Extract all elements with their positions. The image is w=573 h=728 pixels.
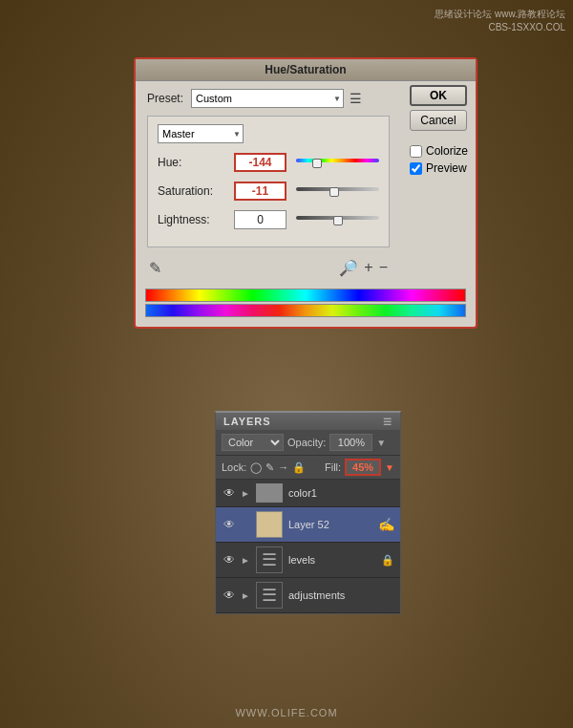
layer-name-52: Layer 52	[288, 519, 378, 530]
lightness-label: Lightness:	[158, 213, 234, 226]
layer-lock-levels: 🔒	[381, 554, 394, 567]
layer-expand-adjustments[interactable]: ►	[241, 590, 254, 601]
ok-cancel-group: OK Cancel Colorize Preview	[410, 85, 468, 179]
hue-spectrum-track	[296, 159, 379, 162]
master-select-wrap[interactable]: Master	[158, 124, 244, 143]
lock-icon-4[interactable]: 🔒	[292, 461, 306, 474]
master-row: Master	[158, 124, 379, 143]
watermark-top: 思绪设计论坛 www.路教程论坛 CBS-1SXXO.COL	[435, 8, 565, 34]
dialog-footer: ✎ 🔎 + −	[147, 255, 390, 281]
colorize-label: Colorize	[426, 144, 468, 158]
spectrum-bars	[136, 289, 476, 327]
opacity-label: Opacity:	[287, 437, 326, 448]
hue-saturation-dialog: Hue/Saturation Preset: Custom ☰	[134, 57, 478, 329]
lightness-slider-track	[296, 216, 379, 224]
original-spectrum-bar	[145, 289, 466, 302]
layer-name-color1: color1	[288, 487, 394, 499]
hue-label: Hue:	[158, 156, 234, 169]
cancel-button[interactable]: Cancel	[410, 110, 467, 131]
fill-label: Fill:	[325, 461, 341, 473]
adjusted-spectrum-bar	[145, 304, 466, 317]
adjustments-group: Master Hue: Saturation:	[147, 116, 390, 247]
eyedropper-plus-icon[interactable]: +	[364, 259, 372, 277]
watermark-bottom: WWW.OLIFE.COM	[235, 707, 337, 718]
lock-label: Lock:	[222, 461, 246, 473]
fill-arrow[interactable]: ▼	[385, 462, 394, 473]
opacity-input[interactable]	[329, 434, 372, 451]
preset-label: Preset:	[147, 92, 183, 105]
saturation-thumb[interactable]	[329, 187, 339, 197]
layer-expand-color1[interactable]: ►	[241, 488, 254, 499]
fill-input[interactable]	[345, 459, 381, 476]
layer-item-color1[interactable]: 👁 ► color1	[216, 480, 400, 507]
layer-name-adjustments: adjustments	[288, 589, 394, 601]
blend-mode-select[interactable]: Color	[222, 434, 284, 451]
layer-eye-color1[interactable]: 👁	[222, 485, 237, 501]
layer-eye-adjustments[interactable]: 👁	[222, 588, 237, 603]
layer-thumb-adjustments: ☰	[256, 582, 283, 609]
lock-icon-3[interactable]: →	[278, 461, 288, 473]
colorize-checkbox[interactable]	[410, 145, 422, 158]
layer-thumb-levels: ☰	[256, 546, 283, 573]
layers-titlebar: LAYERS ☰	[216, 413, 400, 430]
hand-cursor-icon: ✍	[378, 517, 394, 532]
layer-item-adjustments[interactable]: 👁 ► ☰ adjustments	[216, 578, 400, 613]
layer-eye-52[interactable]: 👁	[222, 517, 237, 532]
colorize-row: Colorize	[410, 144, 468, 158]
dialog-titlebar: Hue/Saturation	[136, 59, 476, 81]
lightness-input[interactable]	[234, 210, 286, 229]
layers-title: LAYERS	[223, 416, 271, 427]
saturation-input[interactable]	[234, 182, 286, 201]
preview-label: Preview	[426, 161, 467, 175]
layer-item-52[interactable]: 👁 Layer 52 ✍	[216, 507, 400, 543]
lightness-row: Lightness:	[158, 210, 379, 229]
saturation-track	[296, 187, 379, 191]
layer-name-levels: levels	[288, 554, 381, 566]
layers-panel-menu[interactable]: ☰	[383, 417, 393, 427]
layer-thumb-color1	[256, 483, 283, 503]
preset-select[interactable]: Custom	[191, 89, 344, 108]
eyedropper-minus-icon[interactable]: −	[379, 259, 388, 277]
lock-icon-1[interactable]: ◯	[250, 461, 262, 474]
saturation-label: Saturation:	[158, 184, 234, 198]
preview-checkbox[interactable]	[410, 162, 422, 175]
layer-expand-levels[interactable]: ►	[241, 555, 254, 566]
hue-input[interactable]	[234, 153, 286, 172]
ok-button[interactable]: OK	[410, 85, 467, 106]
layers-lock-fill: Lock: ◯ ✎ → 🔒 Fill: ▼	[216, 456, 400, 480]
hue-slider-track	[296, 159, 379, 166]
channel-select[interactable]: Master	[158, 124, 244, 143]
preset-row: Preset: Custom ☰	[147, 89, 390, 108]
layers-panel: LAYERS ☰ Color Opacity: ▼ Lock: ◯ ✎ → 🔒 …	[215, 411, 401, 614]
hue-row: Hue:	[158, 153, 379, 172]
hue-thumb[interactable]	[312, 159, 322, 168]
saturation-row: Saturation:	[158, 182, 379, 201]
preset-select-wrap[interactable]: Custom	[191, 89, 344, 108]
lightness-thumb[interactable]	[333, 216, 343, 225]
layer-eye-levels[interactable]: 👁	[222, 552, 237, 567]
layer-item-levels[interactable]: 👁 ► ☰ levels 🔒	[216, 543, 400, 578]
saturation-slider-track	[296, 187, 379, 195]
preview-row: Preview	[410, 161, 468, 175]
checkboxes: Colorize Preview	[410, 144, 468, 179]
eyedropper-icon[interactable]: 🔎	[339, 259, 358, 277]
layers-blend-opacity: Color Opacity: ▼	[216, 430, 400, 456]
lightness-track	[296, 216, 379, 220]
preset-menu-icon[interactable]: ☰	[350, 91, 362, 106]
layers-list: 👁 ► color1 👁 Layer 52 ✍ 👁 ► ☰ levels 🔒 👁…	[216, 480, 400, 613]
dialog-title: Hue/Saturation	[265, 63, 346, 76]
layer-thumb-52	[256, 511, 283, 538]
opacity-arrow[interactable]: ▼	[376, 438, 386, 448]
lock-icon-2[interactable]: ✎	[265, 461, 274, 474]
finger-tool-icon[interactable]: ✎	[149, 259, 161, 277]
